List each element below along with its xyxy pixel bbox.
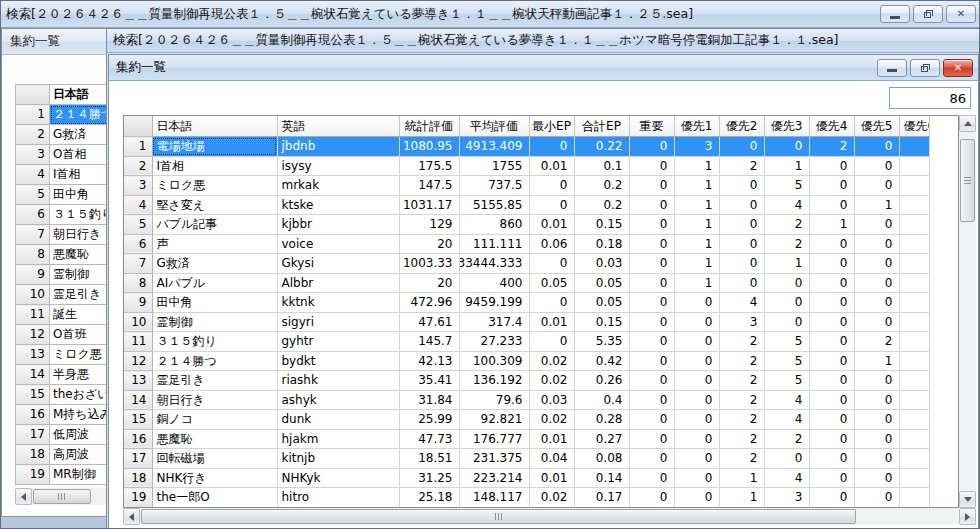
row-number-cell[interactable]: 6 (124, 234, 152, 254)
cell-stat-eval[interactable]: 1003.33 (399, 254, 459, 274)
cell-english[interactable]: Albbr (277, 273, 399, 293)
left-column-header[interactable]: 日本語 (50, 85, 108, 105)
cell-min-ep[interactable]: 0.02 (529, 351, 574, 371)
cell-min-ep[interactable]: 0 (529, 137, 574, 157)
cell-priority5[interactable]: 0 (854, 449, 899, 469)
main-grid-row[interactable]: 19 the一郎O hitro 25.18 148.117 0.02 0.17 … (124, 488, 929, 508)
cell-english[interactable]: isysy (277, 156, 399, 176)
cell-priority2[interactable]: 2 (719, 351, 764, 371)
left-row-label[interactable]: ３１５釣り (50, 205, 108, 225)
cell-priority3[interactable]: 2 (764, 215, 809, 235)
cell-priority6[interactable] (899, 156, 929, 176)
cell-priority4[interactable]: 0 (809, 156, 854, 176)
cell-important[interactable]: 0 (629, 195, 674, 215)
cell-japanese[interactable]: 霊足引き (152, 371, 277, 391)
left-row-label[interactable]: G救済 (50, 125, 108, 145)
cell-english[interactable]: kktnk (277, 293, 399, 313)
cell-japanese[interactable]: 田中角 (152, 293, 277, 313)
cell-sum-ep[interactable]: 0.1 (574, 156, 629, 176)
cell-japanese[interactable]: 回転磁場 (152, 449, 277, 469)
cell-priority5[interactable]: 1 (854, 351, 899, 371)
cell-english[interactable]: Gkysi (277, 254, 399, 274)
left-row-label[interactable]: ミロク悪 (50, 345, 108, 365)
cell-sum-ep[interactable]: 0.26 (574, 371, 629, 391)
cell-priority1[interactable]: 0 (674, 410, 719, 430)
header-priority2[interactable]: 優先2 (719, 116, 764, 137)
cell-priority5[interactable]: 0 (854, 410, 899, 430)
cell-priority2[interactable]: 0 (719, 215, 764, 235)
cell-priority5[interactable]: 0 (854, 234, 899, 254)
cell-japanese[interactable]: 堅さ変え (152, 195, 277, 215)
scroll-up-button[interactable] (959, 115, 976, 132)
cell-priority1[interactable]: 0 (674, 351, 719, 371)
left-row-label[interactable]: 低周波 (50, 425, 108, 445)
cell-japanese[interactable]: NHK行き (152, 468, 277, 488)
cell-priority1[interactable]: 1 (674, 176, 719, 196)
cell-avg-eval[interactable]: 136.192 (459, 371, 529, 391)
row-number-cell[interactable]: 13 (124, 371, 152, 391)
left-row-number[interactable]: 2 (16, 125, 50, 145)
header-english[interactable]: 英語 (277, 116, 399, 137)
cell-priority3[interactable]: 4 (764, 195, 809, 215)
header-priority4[interactable]: 優先4 (809, 116, 854, 137)
cell-priority3[interactable]: 5 (764, 351, 809, 371)
cell-avg-eval[interactable]: 400 (459, 273, 529, 293)
cell-important[interactable]: 0 (629, 410, 674, 430)
cell-priority1[interactable]: 0 (674, 449, 719, 469)
left-list-row[interactable]: 5 田中角 (16, 185, 108, 205)
left-row-label[interactable]: 田中角 (50, 185, 108, 205)
cell-priority4[interactable]: 0 (809, 176, 854, 196)
cell-priority2[interactable]: 2 (719, 410, 764, 430)
cell-english[interactable]: NHKyk (277, 468, 399, 488)
cell-avg-eval[interactable]: 860 (459, 215, 529, 235)
cell-priority5[interactable]: 0 (854, 273, 899, 293)
scroll-left-button[interactable] (15, 488, 32, 505)
cell-japanese[interactable]: 銅ノコ (152, 410, 277, 430)
cell-min-ep[interactable]: 0.02 (529, 410, 574, 430)
row-number-cell[interactable]: 10 (124, 312, 152, 332)
row-number-cell[interactable]: 19 (124, 488, 152, 508)
cell-english[interactable]: dunk (277, 410, 399, 430)
cell-stat-eval[interactable]: 145.7 (399, 332, 459, 352)
left-list-row[interactable]: 12 O首班 (16, 325, 108, 345)
cell-priority6[interactable] (899, 468, 929, 488)
cell-priority1[interactable]: 0 (674, 429, 719, 449)
left-corner-cell[interactable] (16, 85, 50, 105)
cell-important[interactable]: 0 (629, 351, 674, 371)
left-row-number[interactable]: 1 (16, 105, 50, 125)
cell-english[interactable]: hitro (277, 488, 399, 508)
left-list-row[interactable]: 2 G救済 (16, 125, 108, 145)
left-row-number[interactable]: 18 (16, 445, 50, 465)
cell-sum-ep[interactable]: 0.08 (574, 449, 629, 469)
cell-priority6[interactable] (899, 273, 929, 293)
cell-priority4[interactable]: 0 (809, 273, 854, 293)
cell-avg-eval[interactable]: 223.214 (459, 468, 529, 488)
cell-priority4[interactable]: 0 (809, 488, 854, 508)
cell-sum-ep[interactable]: 0.05 (574, 293, 629, 313)
cell-sum-ep[interactable]: 0.05 (574, 273, 629, 293)
cell-min-ep[interactable]: 0.04 (529, 449, 574, 469)
cell-priority4[interactable]: 0 (809, 332, 854, 352)
cell-priority1[interactable]: 1 (674, 215, 719, 235)
cell-priority5[interactable]: 0 (854, 254, 899, 274)
row-number-cell[interactable]: 12 (124, 351, 152, 371)
cell-japanese[interactable]: 朝日行き (152, 390, 277, 410)
cell-sum-ep[interactable]: 0.18 (574, 234, 629, 254)
child-close-button[interactable]: ✕ (943, 59, 973, 77)
row-number-cell[interactable]: 2 (124, 156, 152, 176)
cell-priority4[interactable]: 0 (809, 468, 854, 488)
cell-priority4[interactable]: 0 (809, 351, 854, 371)
left-list-row[interactable]: 3 O首相 (16, 145, 108, 165)
cell-important[interactable]: 0 (629, 137, 674, 157)
cell-priority1[interactable]: 0 (674, 371, 719, 391)
main-grid-row[interactable]: 15 銅ノコ dunk 25.99 92.821 0.02 0.28 0 0 (124, 410, 929, 430)
cell-min-ep[interactable]: 0.02 (529, 488, 574, 508)
cell-priority5[interactable]: 2 (854, 332, 899, 352)
cell-stat-eval[interactable]: 25.99 (399, 410, 459, 430)
header-priority3[interactable]: 優先3 (764, 116, 809, 137)
row-number-cell[interactable]: 8 (124, 273, 152, 293)
cell-japanese[interactable]: バブル記事 (152, 215, 277, 235)
left-list-row[interactable]: 17 低周波 (16, 425, 108, 445)
cell-english[interactable]: gyhtr (277, 332, 399, 352)
left-row-label[interactable]: 高周波 (50, 445, 108, 465)
